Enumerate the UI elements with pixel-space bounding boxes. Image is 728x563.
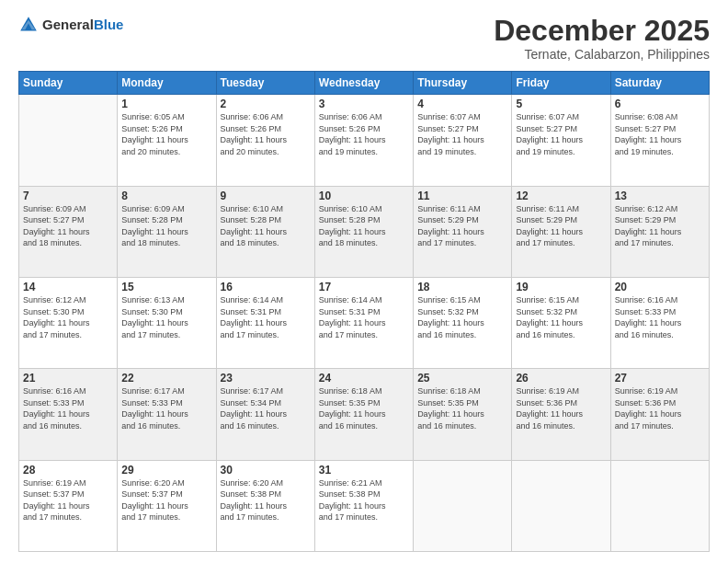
day-info: Sunrise: 6:18 AM Sunset: 5:35 PM Dayligh… — [417, 385, 507, 431]
day-info: Sunrise: 6:06 AM Sunset: 5:26 PM Dayligh… — [221, 111, 311, 157]
table-row: 23Sunrise: 6:17 AM Sunset: 5:34 PM Dayli… — [216, 369, 314, 460]
day-number: 27 — [615, 372, 705, 385]
table-row: 24Sunrise: 6:18 AM Sunset: 5:35 PM Dayli… — [314, 369, 413, 460]
col-monday: Monday — [118, 72, 216, 95]
day-number: 28 — [23, 464, 113, 477]
day-info: Sunrise: 6:15 AM Sunset: 5:32 PM Dayligh… — [417, 294, 507, 340]
day-number: 3 — [319, 98, 409, 110]
day-number: 16 — [221, 281, 311, 293]
table-row: 17Sunrise: 6:14 AM Sunset: 5:31 PM Dayli… — [314, 277, 413, 368]
day-number: 24 — [319, 372, 409, 385]
table-row: 30Sunrise: 6:20 AM Sunset: 5:38 PM Dayli… — [216, 460, 314, 551]
day-info: Sunrise: 6:10 AM Sunset: 5:28 PM Dayligh… — [319, 203, 409, 249]
day-number: 23 — [221, 372, 311, 385]
col-tuesday: Tuesday — [216, 72, 314, 95]
day-info: Sunrise: 6:20 AM Sunset: 5:38 PM Dayligh… — [221, 477, 311, 523]
calendar-row-0: 1Sunrise: 6:05 AM Sunset: 5:26 PM Daylig… — [19, 95, 710, 186]
table-row: 6Sunrise: 6:08 AM Sunset: 5:27 PM Daylig… — [610, 95, 709, 186]
table-row: 5Sunrise: 6:07 AM Sunset: 5:27 PM Daylig… — [512, 95, 610, 186]
day-number: 6 — [615, 98, 705, 110]
day-number: 12 — [516, 190, 606, 202]
day-info: Sunrise: 6:17 AM Sunset: 5:33 PM Dayligh… — [121, 385, 211, 431]
table-row: 2Sunrise: 6:06 AM Sunset: 5:26 PM Daylig… — [216, 95, 314, 186]
logo-icon — [18, 15, 39, 35]
day-number: 17 — [319, 281, 409, 293]
table-row: 22Sunrise: 6:17 AM Sunset: 5:33 PM Dayli… — [118, 369, 216, 460]
day-info: Sunrise: 6:19 AM Sunset: 5:37 PM Dayligh… — [23, 477, 113, 523]
day-info: Sunrise: 6:17 AM Sunset: 5:34 PM Dayligh… — [221, 385, 311, 431]
table-row: 27Sunrise: 6:19 AM Sunset: 5:36 PM Dayli… — [610, 369, 709, 460]
title-section: December 2025 Ternate, Calabarzon, Phili… — [494, 15, 710, 62]
day-info: Sunrise: 6:11 AM Sunset: 5:29 PM Dayligh… — [516, 203, 606, 249]
day-number: 29 — [121, 464, 211, 477]
day-info: Sunrise: 6:21 AM Sunset: 5:38 PM Dayligh… — [319, 477, 409, 523]
day-info: Sunrise: 6:07 AM Sunset: 5:27 PM Dayligh… — [417, 111, 507, 157]
table-row: 26Sunrise: 6:19 AM Sunset: 5:36 PM Dayli… — [512, 369, 610, 460]
calendar-row-1: 7Sunrise: 6:09 AM Sunset: 5:27 PM Daylig… — [19, 186, 710, 277]
day-number: 31 — [319, 464, 409, 477]
table-row: 8Sunrise: 6:09 AM Sunset: 5:28 PM Daylig… — [118, 186, 216, 277]
month-title: December 2025 — [494, 15, 710, 47]
day-info: Sunrise: 6:16 AM Sunset: 5:33 PM Dayligh… — [23, 385, 113, 431]
day-number: 30 — [221, 464, 311, 477]
table-row: 28Sunrise: 6:19 AM Sunset: 5:37 PM Dayli… — [19, 460, 118, 551]
col-friday: Friday — [512, 72, 610, 95]
logo-blue: Blue — [94, 17, 124, 32]
table-row: 11Sunrise: 6:11 AM Sunset: 5:29 PM Dayli… — [414, 186, 512, 277]
calendar-header-row: Sunday Monday Tuesday Wednesday Thursday… — [19, 72, 710, 95]
table-row: 21Sunrise: 6:16 AM Sunset: 5:33 PM Dayli… — [19, 369, 118, 460]
day-number: 20 — [615, 281, 705, 293]
day-info: Sunrise: 6:13 AM Sunset: 5:30 PM Dayligh… — [121, 294, 211, 340]
day-number: 13 — [615, 190, 705, 202]
day-info: Sunrise: 6:07 AM Sunset: 5:27 PM Dayligh… — [516, 111, 606, 157]
page: GeneralBlue December 2025 Ternate, Calab… — [0, 0, 728, 563]
day-info: Sunrise: 6:14 AM Sunset: 5:31 PM Dayligh… — [221, 294, 311, 340]
table-row: 31Sunrise: 6:21 AM Sunset: 5:38 PM Dayli… — [314, 460, 413, 551]
day-number: 9 — [221, 190, 311, 202]
table-row: 12Sunrise: 6:11 AM Sunset: 5:29 PM Dayli… — [512, 186, 610, 277]
table-row: 20Sunrise: 6:16 AM Sunset: 5:33 PM Dayli… — [610, 277, 709, 368]
header: GeneralBlue December 2025 Ternate, Calab… — [18, 15, 710, 62]
day-info: Sunrise: 6:05 AM Sunset: 5:26 PM Dayligh… — [121, 111, 211, 157]
calendar-row-2: 14Sunrise: 6:12 AM Sunset: 5:30 PM Dayli… — [19, 277, 710, 368]
logo-general: General — [42, 17, 94, 32]
table-row — [610, 460, 709, 551]
day-info: Sunrise: 6:14 AM Sunset: 5:31 PM Dayligh… — [319, 294, 409, 340]
table-row: 1Sunrise: 6:05 AM Sunset: 5:26 PM Daylig… — [118, 95, 216, 186]
day-info: Sunrise: 6:10 AM Sunset: 5:28 PM Dayligh… — [221, 203, 311, 249]
logo: GeneralBlue — [18, 15, 123, 35]
day-info: Sunrise: 6:08 AM Sunset: 5:27 PM Dayligh… — [615, 111, 705, 157]
day-number: 14 — [23, 281, 113, 293]
day-number: 5 — [516, 98, 606, 110]
logo-text: GeneralBlue — [42, 17, 123, 33]
col-wednesday: Wednesday — [314, 72, 413, 95]
calendar-row-3: 21Sunrise: 6:16 AM Sunset: 5:33 PM Dayli… — [19, 369, 710, 460]
day-number: 18 — [417, 281, 507, 293]
day-info: Sunrise: 6:18 AM Sunset: 5:35 PM Dayligh… — [319, 385, 409, 431]
table-row: 25Sunrise: 6:18 AM Sunset: 5:35 PM Dayli… — [414, 369, 512, 460]
day-info: Sunrise: 6:06 AM Sunset: 5:26 PM Dayligh… — [319, 111, 409, 157]
table-row: 19Sunrise: 6:15 AM Sunset: 5:32 PM Dayli… — [512, 277, 610, 368]
table-row: 14Sunrise: 6:12 AM Sunset: 5:30 PM Dayli… — [19, 277, 118, 368]
table-row — [19, 95, 118, 186]
day-number: 8 — [121, 190, 211, 202]
day-number: 25 — [417, 372, 507, 385]
day-number: 2 — [221, 98, 311, 110]
col-thursday: Thursday — [414, 72, 512, 95]
day-number: 15 — [121, 281, 211, 293]
table-row: 18Sunrise: 6:15 AM Sunset: 5:32 PM Dayli… — [414, 277, 512, 368]
day-info: Sunrise: 6:09 AM Sunset: 5:27 PM Dayligh… — [23, 203, 113, 249]
day-info: Sunrise: 6:12 AM Sunset: 5:30 PM Dayligh… — [23, 294, 113, 340]
location-title: Ternate, Calabarzon, Philippines — [494, 47, 710, 62]
col-sunday: Sunday — [19, 72, 118, 95]
table-row: 4Sunrise: 6:07 AM Sunset: 5:27 PM Daylig… — [414, 95, 512, 186]
table-row: 7Sunrise: 6:09 AM Sunset: 5:27 PM Daylig… — [19, 186, 118, 277]
day-number: 21 — [23, 372, 113, 385]
day-info: Sunrise: 6:19 AM Sunset: 5:36 PM Dayligh… — [615, 385, 705, 431]
day-number: 10 — [319, 190, 409, 202]
table-row: 29Sunrise: 6:20 AM Sunset: 5:37 PM Dayli… — [118, 460, 216, 551]
day-number: 22 — [121, 372, 211, 385]
day-info: Sunrise: 6:11 AM Sunset: 5:29 PM Dayligh… — [417, 203, 507, 249]
day-number: 19 — [516, 281, 606, 293]
table-row: 9Sunrise: 6:10 AM Sunset: 5:28 PM Daylig… — [216, 186, 314, 277]
